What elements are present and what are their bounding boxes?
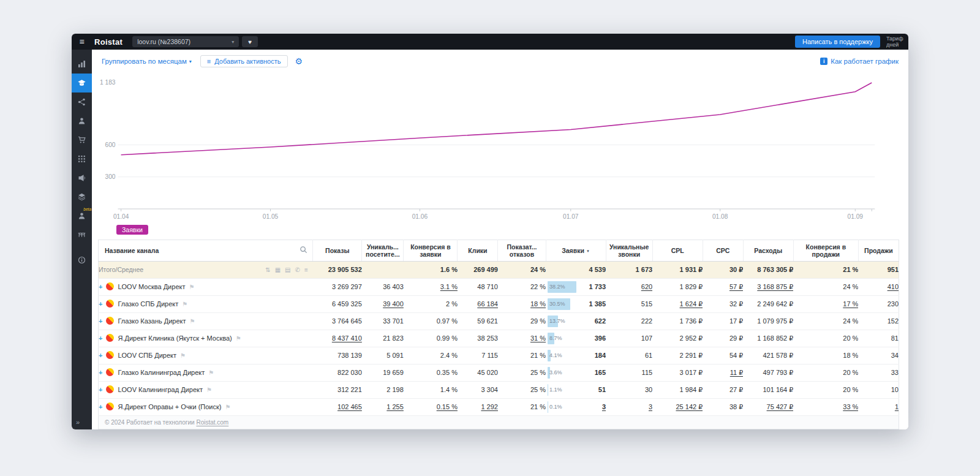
channel-flag-icon[interactable]: ⚑ bbox=[225, 404, 230, 410]
channel-flag-icon[interactable]: ⚑ bbox=[206, 387, 212, 393]
channel-name[interactable]: LOOV Москва Директ bbox=[118, 283, 185, 290]
leads-value[interactable]: 3 bbox=[602, 403, 606, 410]
channel-name[interactable]: Я.Директ Клиника (Якутск + Москва) bbox=[118, 334, 232, 342]
sidebar-item-reports[interactable] bbox=[72, 225, 92, 244]
column-header-bounce[interactable]: Показат... отказов bbox=[498, 240, 546, 262]
metric-link[interactable]: 1 624 ₽ bbox=[680, 300, 703, 308]
channel-name[interactable]: Глазко Калининград Директ bbox=[118, 369, 205, 376]
channel-flag-icon[interactable]: ⚑ bbox=[236, 335, 241, 342]
channel-flag-icon[interactable]: ⚑ bbox=[189, 284, 194, 290]
roistat-link[interactable]: Roistat.com bbox=[196, 419, 228, 426]
metric-value: 25 % bbox=[530, 369, 546, 376]
column-header-conv_sale[interactable]: Конверсия в продажи bbox=[793, 240, 858, 262]
sidebar-item-orders[interactable] bbox=[72, 130, 92, 149]
column-header-conv_lead[interactable]: Конверсия в заявки bbox=[404, 240, 458, 262]
health-button[interactable]: ♥ bbox=[242, 36, 258, 47]
column-header-visitors[interactable]: Уникаль... посетите... bbox=[362, 240, 404, 262]
column-header-costs[interactable]: Расходы bbox=[743, 240, 793, 262]
metric-link[interactable]: 31 % bbox=[530, 334, 546, 342]
phone-icon[interactable]: ✆ bbox=[295, 266, 300, 273]
metric-link[interactable]: 620 bbox=[641, 283, 652, 290]
sidebar-item-integrations[interactable] bbox=[72, 187, 92, 206]
sidebar-item-scenarios[interactable] bbox=[72, 93, 92, 111]
cell-conv_sale: 18 % bbox=[793, 347, 858, 365]
sidebar-item-promo[interactable] bbox=[72, 168, 92, 187]
metric-link[interactable]: 25 142 ₽ bbox=[676, 403, 703, 410]
column-header-clicks[interactable]: Клики bbox=[458, 240, 498, 262]
leads-value: 51 bbox=[598, 386, 606, 393]
table-row: +LOOV Калининград Директ⚑312 2212 1981.4… bbox=[99, 382, 899, 399]
expand-row-button[interactable]: + bbox=[99, 334, 102, 342]
expand-row-button[interactable]: + bbox=[99, 352, 102, 359]
metric-link[interactable]: 17 % bbox=[843, 300, 858, 308]
metric-link[interactable]: 102 465 bbox=[337, 403, 362, 410]
metric-value: 30 bbox=[645, 386, 652, 393]
channel-flag-icon[interactable]: ⚑ bbox=[190, 318, 195, 325]
metric-link[interactable]: 1 bbox=[895, 403, 899, 410]
sidebar-item-audience-beta[interactable]: beta bbox=[72, 206, 92, 225]
metric-link[interactable]: 8 437 410 bbox=[332, 334, 362, 342]
metric-link[interactable]: 410 bbox=[888, 283, 899, 290]
metric-link[interactable]: 57 ₽ bbox=[729, 283, 743, 290]
expand-row-button[interactable]: + bbox=[99, 369, 102, 376]
column-header-leads[interactable]: Заявки▼ bbox=[546, 240, 606, 262]
calendar-icon[interactable]: ▦ bbox=[275, 266, 281, 273]
column-header-shows[interactable]: Показы bbox=[313, 240, 362, 262]
sidebar-expand-button[interactable]: » bbox=[76, 418, 80, 426]
project-selector[interactable]: loov.ru (№238607) ▾ bbox=[132, 36, 239, 47]
channel-flag-icon[interactable]: ⚑ bbox=[180, 352, 186, 359]
summary-cell-conv_lead: 1.6 % bbox=[404, 262, 458, 279]
expand-row-button[interactable]: + bbox=[99, 386, 102, 393]
cell-conv_sale: 24 % bbox=[793, 313, 858, 330]
sort-icon[interactable]: ⇅ bbox=[265, 266, 270, 273]
how-it-works-link[interactable]: i Как работает график bbox=[820, 58, 899, 65]
metric-link[interactable]: 1 255 bbox=[386, 403, 404, 410]
metric-link[interactable]: 75 427 ₽ bbox=[767, 403, 794, 410]
hamburger-menu-icon[interactable]: ≡ bbox=[72, 37, 92, 47]
expand-row-button[interactable]: + bbox=[99, 403, 102, 410]
metric-link[interactable]: 33 % bbox=[843, 403, 858, 410]
sidebar-item-calculator[interactable] bbox=[72, 149, 92, 168]
metric-link[interactable]: 39 400 bbox=[383, 300, 404, 308]
support-button[interactable]: Написать в поддержку bbox=[795, 36, 880, 48]
summary-cell-shows: 23 905 532 bbox=[313, 262, 362, 279]
project-name: loov.ru (№238607) bbox=[137, 38, 190, 45]
bar-chart-icon[interactable]: ▤ bbox=[285, 266, 290, 273]
expand-row-button[interactable]: + bbox=[99, 300, 102, 308]
chart-settings-button[interactable]: ⚙ bbox=[295, 57, 303, 66]
expand-row-button[interactable]: + bbox=[99, 283, 102, 290]
metric-link[interactable]: 3.1 % bbox=[440, 283, 458, 290]
metric-link[interactable]: 11 ₽ bbox=[730, 369, 743, 376]
column-header-cpl[interactable]: CPL bbox=[652, 240, 703, 262]
channel-name[interactable]: Я.Директ Оправы + Очки (Поиск) bbox=[118, 403, 221, 410]
metric-link[interactable]: 66 184 bbox=[477, 300, 498, 308]
search-icon[interactable] bbox=[300, 246, 307, 254]
column-header-channel[interactable]: Название канала bbox=[99, 240, 313, 262]
channel-name[interactable]: LOOV Калининград Директ bbox=[118, 386, 203, 393]
cell-conv_sale: 20 % bbox=[793, 365, 858, 382]
legend-item-leads[interactable]: Заявки bbox=[116, 225, 148, 235]
add-activity-button[interactable]: ≡ Добавить активность bbox=[200, 55, 288, 67]
metric-link[interactable]: 0.15 % bbox=[437, 403, 458, 410]
sidebar-item-visitors[interactable] bbox=[72, 111, 92, 130]
column-header-sales[interactable]: Продажи bbox=[858, 240, 899, 262]
channel-name[interactable]: Глазко СПБ Директ bbox=[118, 300, 178, 308]
channel-name[interactable]: Глазко Казань Директ bbox=[118, 317, 186, 325]
metric-link[interactable]: 3 168 875 ₽ bbox=[757, 283, 793, 290]
svg-text:1 183: 1 183 bbox=[100, 80, 116, 86]
channel-flag-icon[interactable]: ⚑ bbox=[182, 301, 187, 308]
group-by-dropdown[interactable]: Группировать по месяцам▾ bbox=[102, 58, 192, 65]
column-header-cpc[interactable]: CPC bbox=[703, 240, 743, 262]
metric-link[interactable]: 18 % bbox=[530, 300, 546, 308]
column-header-calls[interactable]: Уникальные звонки bbox=[606, 240, 652, 262]
metric-link[interactable]: 1 292 bbox=[481, 403, 498, 410]
cell-costs: 101 164 ₽ bbox=[743, 382, 793, 399]
expand-row-button[interactable]: + bbox=[99, 317, 102, 325]
channel-flag-icon[interactable]: ⚑ bbox=[208, 369, 214, 376]
sidebar-item-analytics[interactable] bbox=[72, 55, 92, 74]
metric-link[interactable]: 3 bbox=[649, 403, 652, 410]
sidebar-item-channels[interactable] bbox=[72, 74, 92, 93]
channel-name[interactable]: LOOV СПБ Директ bbox=[118, 352, 176, 359]
list-icon[interactable]: ≡ bbox=[304, 266, 308, 273]
sidebar-item-info[interactable] bbox=[72, 251, 92, 270]
